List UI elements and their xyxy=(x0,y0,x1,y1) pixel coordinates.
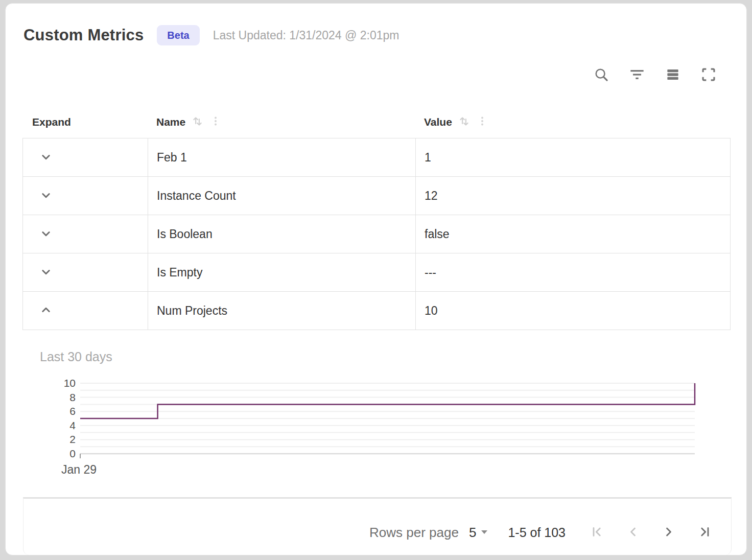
chevron-down-icon xyxy=(38,149,54,166)
pagination-range-label: 1-5 of 103 xyxy=(508,525,566,540)
table-footer: Rows per page 5 1-5 of 103 xyxy=(23,497,732,555)
metric-value-cell: 12 xyxy=(415,177,730,215)
header: Custom Metrics Beta Last Updated: 1/31/2… xyxy=(24,25,399,45)
table-row: Feb 1 1 xyxy=(23,138,730,177)
column-label: Value xyxy=(424,116,452,128)
column-header-expand: Expand xyxy=(22,116,147,128)
search-icon xyxy=(593,66,609,84)
metric-name-cell: Is Boolean xyxy=(148,215,415,253)
chevron-down-icon xyxy=(38,226,54,243)
metric-name-cell: Instance Count xyxy=(148,177,415,215)
last-updated-text: Last Updated: 1/31/2024 @ 2:01pm xyxy=(213,29,400,42)
rows-per-page-label: Rows per page xyxy=(369,525,459,541)
metric-name-cell: Is Empty xyxy=(148,253,415,291)
search-button[interactable] xyxy=(593,67,609,83)
metric-value-cell: false xyxy=(415,215,730,253)
column-header-value[interactable]: Value xyxy=(415,114,731,130)
chevron-down-icon xyxy=(38,188,54,204)
page-title: Custom Metrics xyxy=(24,26,144,44)
beta-badge: Beta xyxy=(157,25,199,45)
chart-title: Last 30 days xyxy=(40,349,112,364)
pager-controls xyxy=(590,525,712,540)
metric-value-cell: --- xyxy=(415,253,730,291)
table-row: Is Empty --- xyxy=(23,253,730,292)
expand-row-button[interactable] xyxy=(38,188,54,203)
rows-per-page-value: 5 xyxy=(469,525,476,541)
chevron-right-icon xyxy=(662,525,676,541)
chevron-down-icon xyxy=(38,264,54,281)
last-page-button[interactable] xyxy=(697,525,712,540)
expand-row-button[interactable] xyxy=(38,265,54,280)
expand-row-button[interactable] xyxy=(38,150,54,165)
last-page-icon xyxy=(697,525,712,541)
first-page-button[interactable] xyxy=(590,525,604,540)
svg-text:6: 6 xyxy=(69,405,76,417)
metric-name-cell: Feb 1 xyxy=(148,138,415,176)
filter-button[interactable] xyxy=(629,67,645,83)
column-menu-button[interactable] xyxy=(476,115,488,129)
column-label: Expand xyxy=(32,116,71,128)
metric-value-cell: 10 xyxy=(415,292,730,330)
table-row-expanded: Num Projects 10 xyxy=(23,292,730,330)
next-page-button[interactable] xyxy=(662,525,676,540)
sort-arrows-icon xyxy=(457,114,471,130)
expand-row-button[interactable] xyxy=(38,226,54,242)
first-page-icon xyxy=(590,525,604,541)
column-header-name[interactable]: Name xyxy=(147,114,415,130)
metric-history-chart: 0246810 xyxy=(48,378,701,480)
chevron-left-icon xyxy=(626,525,640,541)
fullscreen-button[interactable] xyxy=(700,67,717,83)
density-icon xyxy=(665,66,681,84)
table-toolbar xyxy=(593,67,717,83)
collapse-row-button[interactable] xyxy=(38,303,54,318)
metric-name-cell: Num Projects xyxy=(148,292,415,330)
custom-metrics-card: Custom Metrics Beta Last Updated: 1/31/2… xyxy=(5,3,747,555)
table-row: Instance Count 12 xyxy=(23,177,730,215)
svg-text:10: 10 xyxy=(64,377,76,389)
sort-button[interactable] xyxy=(191,114,204,130)
column-menu-button[interactable] xyxy=(209,115,222,129)
previous-page-button[interactable] xyxy=(626,525,640,540)
table-header-row: Expand Name xyxy=(22,106,731,138)
svg-text:2: 2 xyxy=(69,433,76,445)
kebab-menu-icon xyxy=(476,115,488,129)
svg-text:0: 0 xyxy=(69,448,76,459)
table-row: Is Boolean false xyxy=(23,215,730,253)
sort-arrows-icon xyxy=(191,114,204,130)
svg-text:4: 4 xyxy=(69,419,76,431)
chevron-up-icon xyxy=(38,302,54,319)
filter-icon xyxy=(629,66,645,84)
sort-button[interactable] xyxy=(457,114,471,130)
density-button[interactable] xyxy=(665,67,681,83)
metrics-table: Expand Name xyxy=(22,106,731,330)
table-body: Feb 1 1 Instance Count 12 xyxy=(22,138,731,330)
caret-down-icon xyxy=(480,529,488,536)
fullscreen-icon xyxy=(700,66,717,84)
column-label: Name xyxy=(156,116,185,128)
x-axis-tick-label: Jan 29 xyxy=(61,463,97,477)
kebab-menu-icon xyxy=(209,115,222,129)
svg-text:8: 8 xyxy=(69,391,76,403)
metric-value-cell: 1 xyxy=(415,138,730,176)
rows-per-page-select[interactable]: 5 xyxy=(469,525,488,541)
